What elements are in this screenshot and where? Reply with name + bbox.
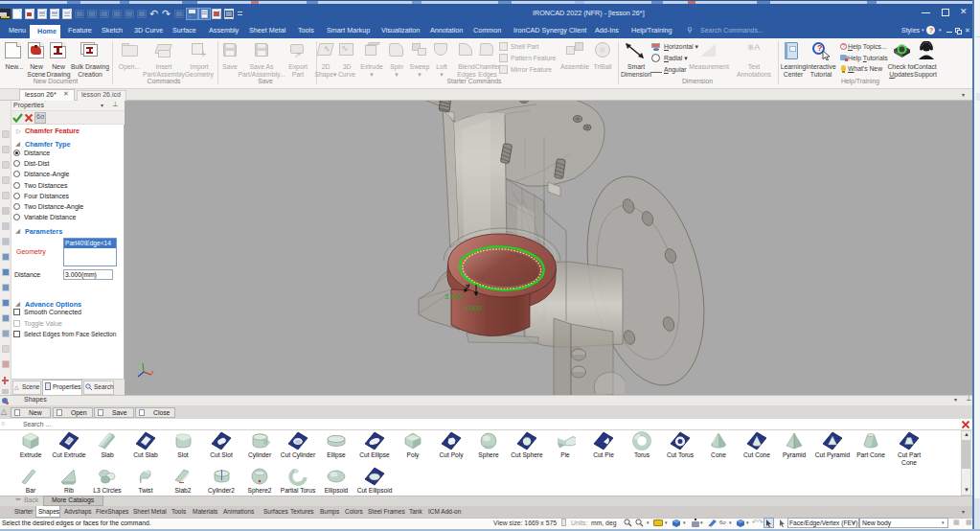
svg-text:x: x: [151, 369, 154, 375]
svg-text:3.000: 3.000: [444, 292, 463, 301]
svg-text:3.000: 3.000: [464, 304, 482, 312]
